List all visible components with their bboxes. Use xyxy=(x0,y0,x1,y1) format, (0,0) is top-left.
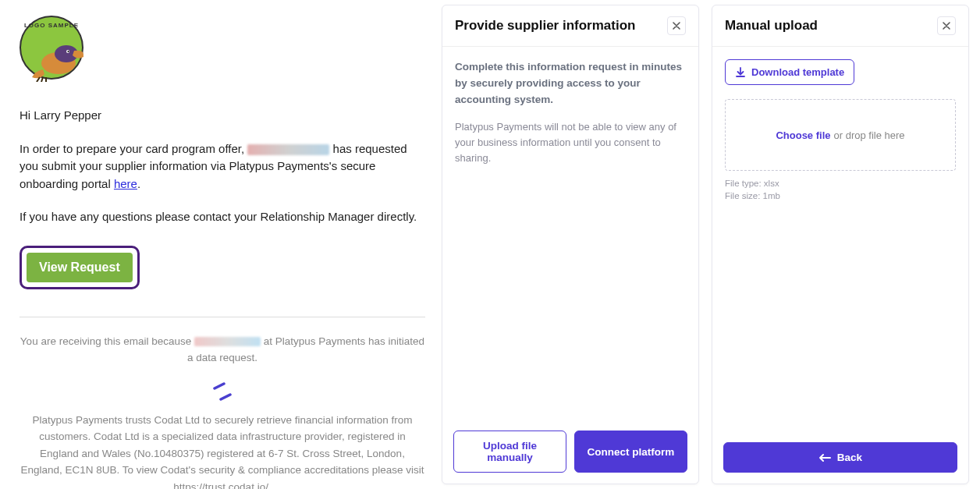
file-dropzone[interactable]: Choose file or drop file here xyxy=(725,99,956,171)
email-panel: LOGO SAMPLE Hi Larry Pepper In order to … xyxy=(20,16,425,489)
file-size-label: File size: 1mb xyxy=(725,190,956,202)
provide-title: Provide supplier information xyxy=(455,18,635,34)
arrow-left-icon xyxy=(818,453,831,462)
manual-upload-card: Manual upload Download template Choose f… xyxy=(712,5,969,484)
redacted-name xyxy=(247,144,329,155)
email-footer: You are receiving this email because at … xyxy=(20,333,425,490)
drop-hint: or drop file here xyxy=(834,129,905,141)
svg-point-3 xyxy=(68,51,69,52)
card-header: Manual upload xyxy=(712,5,968,47)
redacted-sender xyxy=(194,337,261,346)
footer-reason: You are receiving this email because at … xyxy=(20,333,425,367)
trust-link[interactable]: https://trust.codat.io/ xyxy=(173,481,268,489)
provide-subtext: Platypus Payments will not be able to vi… xyxy=(455,119,686,166)
view-request-button[interactable]: View Request xyxy=(27,253,133,282)
card-header: Provide supplier information xyxy=(442,5,698,47)
email-body: Hi Larry Pepper In order to prepare your… xyxy=(20,107,425,489)
email-paragraph-2: If you have any questions please contact… xyxy=(20,208,425,226)
download-icon xyxy=(735,67,746,78)
email-paragraph-1: In order to prepare your card program of… xyxy=(20,140,425,193)
manual-title: Manual upload xyxy=(725,18,818,34)
codat-logo-icon xyxy=(20,382,425,402)
divider xyxy=(20,317,425,317)
provide-headline: Complete this information request in min… xyxy=(455,59,686,108)
logo-sample-badge: LOGO SAMPLE xyxy=(20,16,83,80)
close-icon[interactable] xyxy=(937,16,956,35)
portal-link[interactable]: here xyxy=(114,177,137,190)
view-request-highlight: View Request xyxy=(20,246,140,289)
choose-file-link[interactable]: Choose file xyxy=(776,129,830,141)
provide-supplier-card: Provide supplier information Complete th… xyxy=(442,5,699,484)
connect-platform-button[interactable]: Connect platform xyxy=(574,431,687,473)
logo-text: LOGO SAMPLE xyxy=(24,22,79,29)
footer-legal: Platypus Payments trusts Codat Ltd to se… xyxy=(20,412,425,489)
email-greeting: Hi Larry Pepper xyxy=(20,107,425,125)
close-icon[interactable] xyxy=(667,16,686,35)
platypus-icon xyxy=(29,35,85,82)
back-button[interactable]: Back xyxy=(723,442,957,473)
upload-file-manually-button[interactable]: Upload file manually xyxy=(453,431,566,473)
download-template-button[interactable]: Download template xyxy=(725,59,854,85)
file-type-label: File type: xlsx xyxy=(725,177,956,190)
